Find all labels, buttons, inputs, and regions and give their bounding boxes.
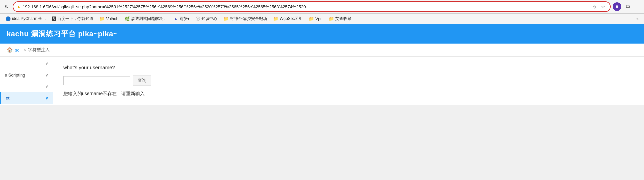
sidebar-item-active-label: ct: [6, 95, 10, 100]
sidebar: ∨ e Scripting ∨ ∨ ct ∨: [0, 57, 53, 105]
bookmark-pentest-icon: 🌿: [124, 16, 130, 21]
bookmark-idea[interactable]: 🔵 idea PyCharm 全...: [3, 15, 48, 23]
bookmark-baidu[interactable]: 🅱 百度一下，你就知道: [49, 15, 96, 23]
bookmark-vpn-icon: 📁: [309, 16, 314, 21]
bookmark-wgpsec-icon: 📁: [273, 16, 278, 21]
bookmarks-more[interactable]: »: [634, 16, 641, 22]
bookmark-vulhub[interactable]: 📁 Vulhub: [97, 15, 121, 22]
star-icon[interactable]: ☆: [599, 3, 607, 10]
sidebar-item-scripting[interactable]: e Scripting ∨: [0, 69, 53, 81]
bookmark-wgpsec-label: WgpSec团组: [280, 16, 303, 22]
sidebar-item-1[interactable]: ∨: [0, 58, 53, 69]
breadcrumb-link[interactable]: sqli: [15, 48, 22, 53]
bookmark-arrowhead-label: 雨茨♥: [179, 16, 190, 22]
bookmark-pentest[interactable]: 🌿 渗透测试问题解决 ...: [122, 15, 170, 23]
page-area: kachu 漏洞练习平台 pika~pika~ 🏠 sqli > 字符型注入 ∨…: [0, 24, 644, 105]
security-warning-icon: ▲: [17, 4, 21, 9]
extensions-icon[interactable]: ⧉: [623, 2, 632, 11]
content-question: what's your username?: [63, 65, 634, 70]
bookmark-wgpsec[interactable]: 📁 WgpSec团组: [270, 15, 305, 23]
chevron-down-icon-3: ∨: [45, 84, 48, 89]
reload-button[interactable]: ↻: [3, 3, 11, 11]
address-actions: ⎋ ☆: [591, 3, 607, 10]
bookmark-baidu-label: 百度一下，你就知道: [57, 16, 93, 22]
input-row: 查询: [63, 76, 634, 86]
bookmark-arrowhead-icon: ▲: [174, 16, 178, 21]
bookmark-folder2[interactable]: 📁 艾查收藏: [326, 15, 354, 23]
bookmark-pentest-label: 渗透测试问题解决 ...: [131, 16, 167, 22]
bookmark-fst[interactable]: 📁 封神台·靠控安全靶场: [221, 15, 270, 23]
sidebar-item-3[interactable]: ∨: [0, 81, 53, 92]
share-icon[interactable]: ⎋: [591, 3, 598, 10]
bookmark-fst-icon: 📁: [223, 16, 229, 21]
error-message: 您输入的username不存在，请重新输入！: [63, 91, 634, 97]
bookmark-vulhub-icon: 📁: [99, 16, 105, 21]
more-icon[interactable]: ⋮: [633, 2, 641, 11]
bookmarks-bar: 🔵 idea PyCharm 全... 🅱 百度一下，你就知道 📁 Vulhub…: [0, 14, 644, 24]
bookmark-idea-icon: 🔵: [5, 16, 11, 21]
sidebar-item-active[interactable]: ct ∨: [0, 92, 53, 104]
chevron-down-icon-4: ∨: [45, 96, 48, 100]
bookmark-metro[interactable]: Ⓜ 知识中心: [193, 15, 220, 23]
profile-badge[interactable]: 9: [613, 2, 621, 11]
site-title: kachu 漏洞练习平台 pika~pika~: [7, 30, 118, 38]
bookmark-metro-icon: Ⓜ: [196, 16, 200, 22]
bookmark-folder2-icon: 📁: [329, 16, 334, 21]
content-area: what's your username? 查询 您输入的username不存在…: [53, 57, 644, 105]
bookmark-baidu-icon: 🅱: [52, 16, 56, 21]
bookmark-idea-label: idea PyCharm 全...: [12, 16, 46, 22]
bookmark-vpn-label: Vpn: [315, 17, 322, 21]
username-input[interactable]: [63, 76, 130, 85]
sidebar-item-scripting-label: e Scripting: [5, 73, 25, 78]
query-button[interactable]: 查询: [133, 76, 151, 86]
bookmark-arrowhead[interactable]: ▲ 雨茨♥: [171, 15, 192, 23]
bookmark-folder2-label: 艾查收藏: [335, 16, 351, 22]
site-header: kachu 漏洞练习平台 pika~pika~: [0, 24, 644, 44]
main-layout: ∨ e Scripting ∨ ∨ ct ∨ what's your usern…: [0, 57, 644, 105]
address-text: 192.168.1.6/06/vul/sqli/sqli_str.php?nam…: [23, 4, 589, 9]
bookmark-metro-label: 知识中心: [201, 16, 217, 22]
bookmarks-more-icon: »: [636, 17, 639, 21]
home-icon: 🏠: [7, 47, 13, 53]
chevron-down-icon-1: ∨: [45, 61, 48, 66]
breadcrumb-current: 字符型注入: [28, 47, 50, 53]
address-bar-row: ↻ ▲ 192.168.1.6/06/vul/sqli/sqli_str.php…: [0, 0, 644, 14]
chrome-icons: ⧉ ⋮: [623, 2, 641, 11]
breadcrumb: 🏠 sqli > 字符型注入: [0, 44, 644, 57]
bookmark-vulhub-label: Vulhub: [106, 17, 118, 21]
bookmark-fst-label: 封神台·靠控安全靶场: [230, 16, 267, 22]
address-field[interactable]: ▲ 192.168.1.6/06/vul/sqli/sqli_str.php?n…: [13, 1, 611, 12]
breadcrumb-separator: >: [24, 48, 26, 53]
bookmark-vpn[interactable]: 📁 Vpn: [306, 15, 325, 22]
chevron-down-icon-2: ∨: [45, 73, 48, 78]
